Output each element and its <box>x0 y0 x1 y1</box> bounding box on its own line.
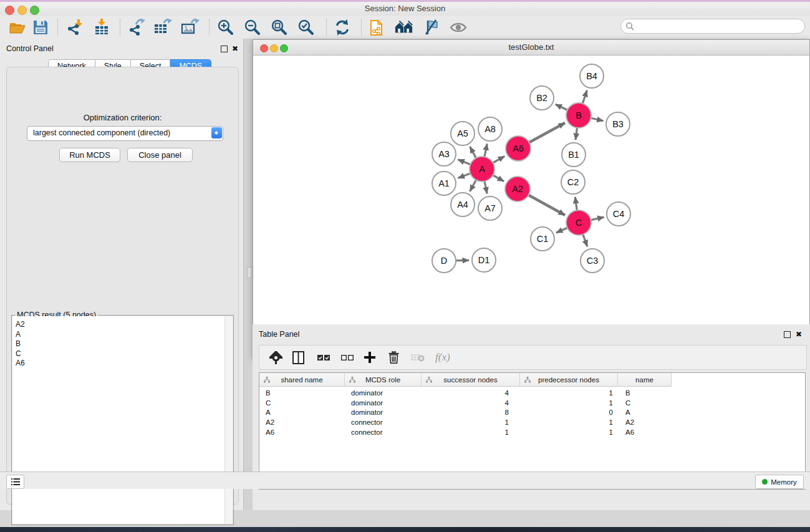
table-cell[interactable]: 1 <box>520 399 618 409</box>
table-cell[interactable]: C <box>618 399 672 409</box>
import-table-icon[interactable] <box>93 18 112 37</box>
mcds-tab-content: Optimization criterion: largest connecte… <box>6 67 239 505</box>
column-header-mcds-role[interactable]: MCDS role <box>345 373 422 387</box>
graphics-details-icon[interactable] <box>422 18 440 37</box>
table-cell[interactable]: dominator <box>345 389 422 399</box>
graph-node-label: C <box>576 218 582 228</box>
network-window-title: testGlobe.txt <box>253 42 809 52</box>
mcds-result-list[interactable]: A2ABCA6 <box>12 316 225 524</box>
export-network-icon[interactable] <box>127 18 146 37</box>
result-item[interactable]: B <box>16 339 225 349</box>
result-item[interactable]: A2 <box>16 320 225 330</box>
table-cell[interactable]: A2 <box>259 418 345 428</box>
table-cell[interactable]: 4 <box>422 389 520 399</box>
result-item[interactable]: C <box>16 349 225 359</box>
function-builder-icon: f(x) <box>435 349 450 366</box>
table-cell[interactable]: connector <box>345 428 422 438</box>
open-folder-icon[interactable] <box>8 18 27 37</box>
show-columns-icon[interactable] <box>292 349 304 366</box>
table-cell[interactable]: A6 <box>259 428 345 438</box>
table-cell[interactable]: connector <box>345 418 422 428</box>
network-window-titlebar[interactable]: testGlobe.txt <box>253 40 809 56</box>
table-row-B[interactable]: Bdominator41B <box>259 389 672 399</box>
close-panel-icon[interactable]: ✖ <box>796 331 802 337</box>
delete-rows-icon[interactable] <box>388 349 399 366</box>
zoom-fit-icon[interactable] <box>270 18 289 37</box>
network-canvas[interactable]: A5A8A3A1A4A7AA6A2B2B4B3B1BC2C4C1C3CDD1 <box>254 56 808 318</box>
search-icon <box>625 22 634 31</box>
graph-node-label: C1 <box>537 234 549 244</box>
main-toolbar <box>0 16 810 39</box>
table-row-A[interactable]: Adominator80A <box>259 408 672 418</box>
table-cell[interactable]: B <box>618 389 672 399</box>
result-item[interactable]: A <box>16 330 225 340</box>
graph-node-label: B3 <box>612 119 624 129</box>
memory-button[interactable]: Memory <box>755 475 804 489</box>
control-panel: Control Panel ✖ NetworkStyleSelectMCDS O… <box>0 39 244 510</box>
select-all-icon[interactable] <box>317 349 330 366</box>
welcome-screen-icon[interactable] <box>395 18 413 37</box>
column-header-name[interactable]: name <box>618 373 672 387</box>
splitpane-grip[interactable] <box>247 267 252 278</box>
network-from-file-icon[interactable] <box>368 18 387 37</box>
apply-layout-icon[interactable] <box>333 18 352 37</box>
task-history-button[interactable] <box>6 475 24 489</box>
create-column-icon[interactable] <box>364 349 375 366</box>
table-row-C[interactable]: Cdominator41C <box>259 399 672 409</box>
graph-node-label: B <box>576 110 582 120</box>
graph-node-label: A1 <box>438 178 450 188</box>
graph-node-label: C3 <box>587 256 599 266</box>
table-cell[interactable]: 0 <box>520 408 618 418</box>
table-cell[interactable]: dominator <box>345 408 422 418</box>
import-network-icon[interactable] <box>65 18 84 37</box>
column-header-successor-nodes[interactable]: successor nodes <box>422 373 520 387</box>
criterion-dropdown[interactable]: largest connected component (directed) <box>27 126 223 141</box>
table-cell[interactable]: 1 <box>422 428 520 438</box>
column-header-shared-name[interactable]: shared name <box>259 373 345 387</box>
export-image-icon[interactable] <box>181 18 200 37</box>
table-row-A6[interactable]: A6connector11A6 <box>259 428 672 438</box>
show-hide-panel-icon[interactable] <box>449 18 468 37</box>
toolbar-separator <box>326 19 327 36</box>
zoom-out-icon[interactable] <box>243 18 262 37</box>
table-cell[interactable]: A6 <box>618 428 672 438</box>
network-view-window: testGlobe.txt A5A8A3A1A4A7AA6A2B2B4B3B1B… <box>253 39 810 358</box>
search-input[interactable] <box>637 21 801 32</box>
result-scrollbar[interactable] <box>224 316 233 524</box>
table-cell[interactable]: 1 <box>520 389 618 399</box>
export-table-icon[interactable] <box>153 18 172 37</box>
zoom-in-icon[interactable] <box>216 18 235 37</box>
table-header: shared nameMCDS rolesuccessor nodesprede… <box>259 373 672 387</box>
table-cell[interactable]: 8 <box>422 408 520 418</box>
table-cell[interactable]: C <box>259 399 345 409</box>
table-cell[interactable]: 1 <box>422 418 520 428</box>
float-panel-icon[interactable] <box>221 46 228 52</box>
toolbar-separator <box>57 19 58 36</box>
memory-label: Memory <box>771 478 797 486</box>
unselect-all-icon[interactable] <box>341 349 354 366</box>
table-cell[interactable]: 1 <box>520 428 618 438</box>
column-settings-icon[interactable] <box>269 349 282 366</box>
search-field[interactable] <box>620 19 805 34</box>
network-graph: A5A8A3A1A4A7AA6A2B2B4B3B1BC2C4C1C3CDD1 <box>254 56 808 318</box>
graph-node-label: D <box>441 256 447 266</box>
table-cell[interactable]: B <box>259 389 345 399</box>
table-cell[interactable]: 1 <box>520 418 618 428</box>
column-header-predecessor-nodes[interactable]: predecessor nodes <box>520 373 618 387</box>
save-session-icon[interactable] <box>31 18 50 37</box>
table-row-A2[interactable]: A2connector11A2 <box>259 418 672 428</box>
table-cell[interactable]: A <box>618 408 672 418</box>
table-cell[interactable]: A <box>259 408 345 418</box>
zoom-selected-icon[interactable] <box>297 18 316 37</box>
close-panel-icon[interactable]: ✖ <box>232 46 238 52</box>
run-mcds-button[interactable]: Run MCDS <box>59 148 120 162</box>
table-cell[interactable]: 4 <box>422 399 520 409</box>
table-cell[interactable]: A2 <box>618 418 672 428</box>
close-panel-button[interactable]: Close panel <box>127 148 193 162</box>
result-item[interactable]: A6 <box>16 359 225 369</box>
float-panel-icon[interactable] <box>784 331 791 338</box>
table-cell[interactable]: dominator <box>345 399 422 409</box>
mcds-result-box: MCDS result (5 nodes) A2ABCA6 <box>11 315 234 525</box>
table-panel-title: Table Panel <box>259 330 299 339</box>
mdi-desktop: Control Panel ✖ NetworkStyleSelectMCDS O… <box>0 39 810 510</box>
